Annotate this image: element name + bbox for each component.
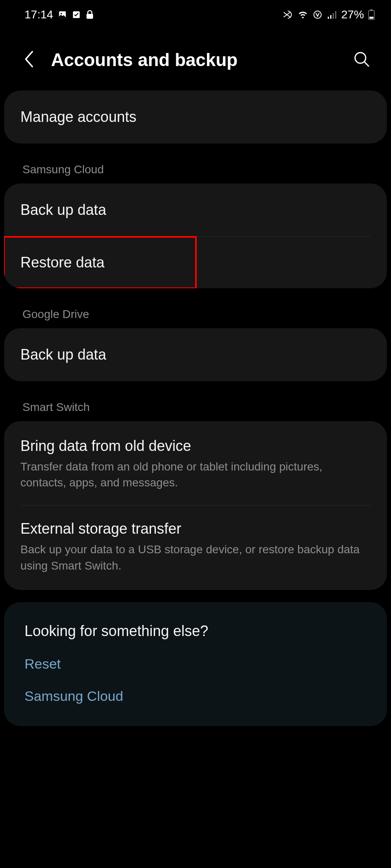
status-left: 17:14 (24, 8, 94, 21)
samsung-restore-label: Restore data (20, 254, 180, 271)
samsung-backup-label: Back up data (20, 201, 371, 219)
svg-point-4 (314, 11, 321, 18)
page-header: Accounts and backup (0, 29, 391, 91)
manage-accounts-card: Manage accounts (4, 91, 387, 144)
search-button[interactable] (353, 50, 371, 70)
checkbox-icon (72, 10, 81, 19)
looking-title: Looking for something else? (24, 623, 367, 640)
manage-accounts-item[interactable]: Manage accounts (4, 91, 387, 144)
back-button[interactable] (22, 50, 35, 70)
google-backup-label: Back up data (20, 346, 371, 363)
svg-rect-6 (330, 15, 331, 19)
reset-link[interactable]: Reset (24, 656, 367, 672)
samsung-cloud-link[interactable]: Samsung Cloud (24, 688, 367, 704)
status-bar: 17:14 27% (0, 0, 391, 29)
external-storage-item[interactable]: External storage transfer Back up your d… (4, 506, 387, 590)
svg-rect-10 (370, 9, 373, 11)
status-right: 27% (282, 8, 375, 21)
gallery-icon (58, 10, 67, 19)
smart-switch-card: Bring data from old device Transfer data… (4, 421, 387, 590)
status-time: 17:14 (24, 8, 53, 21)
samsung-restore-item[interactable]: Restore data (4, 237, 196, 288)
svg-point-1 (60, 13, 62, 14)
bring-data-item[interactable]: Bring data from old device Transfer data… (4, 421, 387, 505)
manage-accounts-label: Manage accounts (20, 108, 371, 126)
google-backup-item[interactable]: Back up data (4, 328, 387, 381)
svg-rect-7 (333, 13, 334, 19)
svg-rect-11 (369, 17, 373, 19)
page-title: Accounts and backup (51, 50, 336, 70)
smart-switch-section-label: Smart Switch (0, 393, 391, 421)
lock-icon (86, 10, 94, 20)
wifi-icon (297, 10, 309, 19)
signal-icon (327, 10, 337, 19)
google-drive-card: Back up data (4, 328, 387, 381)
svg-rect-8 (335, 11, 336, 19)
bring-data-desc: Transfer data from an old phone or table… (20, 459, 371, 490)
samsung-backup-item[interactable]: Back up data (4, 183, 387, 236)
svg-rect-5 (328, 17, 329, 19)
google-drive-section-label: Google Drive (0, 300, 391, 328)
external-storage-desc: Back up your data to a USB storage devic… (20, 541, 371, 573)
battery-percent: 27% (341, 8, 364, 21)
volte-icon (313, 10, 323, 20)
svg-rect-3 (87, 14, 93, 19)
samsung-cloud-section-label: Samsung Cloud (0, 156, 391, 183)
looking-card: Looking for something else? Reset Samsun… (4, 602, 387, 726)
external-storage-title: External storage transfer (20, 520, 371, 537)
battery-icon (368, 9, 375, 20)
samsung-cloud-card: Back up data Restore data (4, 183, 387, 288)
vibrate-icon (282, 10, 293, 20)
bring-data-title: Bring data from old device (20, 437, 371, 455)
